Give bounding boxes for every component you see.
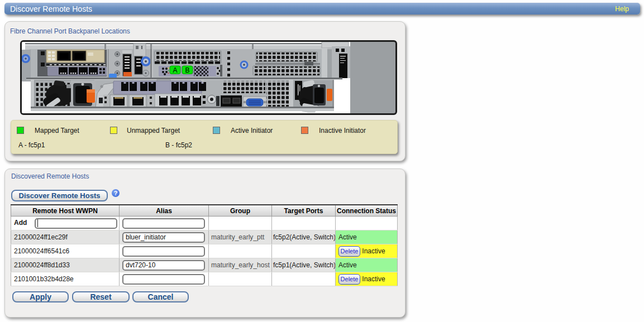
svg-text:B: B	[185, 66, 189, 74]
svg-text:A: A	[173, 66, 177, 74]
